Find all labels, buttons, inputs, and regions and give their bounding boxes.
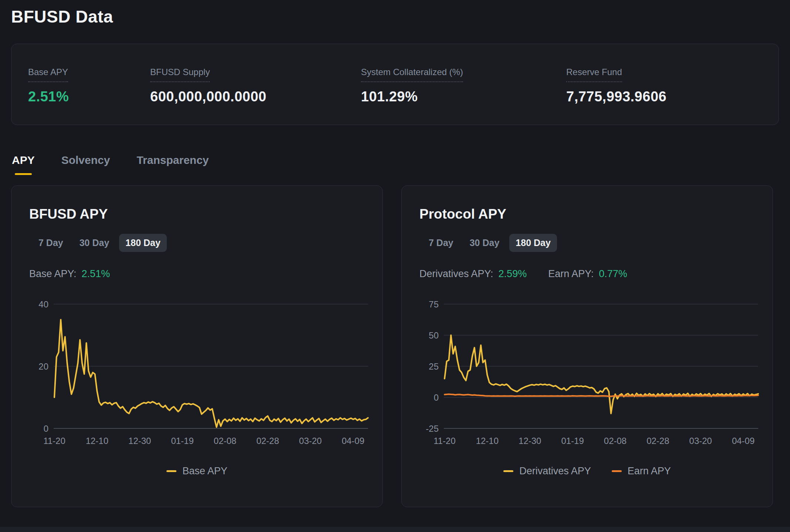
protocol-apy-range-180d-button[interactable]: 180 Day bbox=[509, 234, 557, 252]
y-axis-tick-label: 0 bbox=[434, 393, 439, 403]
y-axis-tick-label: -25 bbox=[426, 424, 439, 434]
bfusd-apy-range-180d-button[interactable]: 180 Day bbox=[119, 234, 167, 252]
y-axis-tick-label: 50 bbox=[429, 330, 439, 340]
bfusd-apy-range-toggle: 7 Day 30 Day 180 Day bbox=[32, 234, 167, 252]
stat-system-collateralized: System Collateralized (%) 101.29% bbox=[361, 66, 566, 105]
summary-stats-card: Base APY 2.51% BFUSD Supply 600,000,000.… bbox=[11, 44, 779, 125]
stat-base-apy: Base APY 2.51% bbox=[28, 66, 150, 105]
tab-transparency[interactable]: Transparency bbox=[136, 154, 209, 175]
stat-system-collateralized-value: 101.29% bbox=[361, 89, 418, 105]
x-axis-tick-label: 03-20 bbox=[299, 436, 322, 446]
x-axis-tick-label: 12-30 bbox=[128, 436, 151, 446]
stat-bfusd-supply-value: 600,000,000.0000 bbox=[150, 89, 266, 105]
tab-apy-label: APY bbox=[12, 154, 35, 166]
protocol-apy-card-title: Protocol APY bbox=[419, 206, 763, 222]
stat-reserve-fund: Reserve Fund 7,775,993.9606 bbox=[566, 66, 666, 105]
stat-system-collateralized-label[interactable]: System Collateralized (%) bbox=[361, 66, 463, 82]
tab-solvency[interactable]: Solvency bbox=[61, 154, 110, 175]
bfusd-apy-card-title: BFUSD APY bbox=[29, 206, 373, 222]
y-axis-tick-label: 25 bbox=[429, 361, 439, 371]
series-line-earn-apy bbox=[445, 394, 758, 397]
earn-apy-label: Earn APY: bbox=[548, 268, 594, 280]
protocol-apy-current-values: Derivatives APY: 2.59% Earn APY: 0.77% bbox=[419, 268, 763, 280]
bfusd-apy-range-7d-button[interactable]: 7 Day bbox=[32, 234, 70, 252]
base-apy-label: Base APY: bbox=[29, 268, 77, 280]
bfusd-apy-legend: Base APY bbox=[21, 465, 373, 477]
series-line-derivatives-apy bbox=[445, 335, 758, 414]
x-axis-tick-label: 12-10 bbox=[476, 436, 499, 446]
bfusd-apy-range-30d-button[interactable]: 30 Day bbox=[73, 234, 116, 252]
charts-row: BFUSD APY 7 Day 30 Day 180 Day Base APY:… bbox=[11, 185, 779, 507]
derivatives-apy-value: 2.59% bbox=[499, 268, 527, 280]
legend-base-apy-label: Base APY bbox=[182, 465, 227, 477]
earn-apy-value: 0.77% bbox=[599, 268, 627, 280]
protocol-apy-range-30d-button[interactable]: 30 Day bbox=[463, 234, 506, 252]
y-axis-tick-label: 20 bbox=[38, 361, 48, 371]
x-axis-tick-label: 12-10 bbox=[86, 436, 108, 446]
stat-reserve-fund-value: 7,775,993.9606 bbox=[566, 89, 666, 105]
x-axis-tick-label: 04-09 bbox=[342, 436, 364, 446]
x-axis-tick-label: 03-20 bbox=[689, 436, 712, 446]
tab-active-underline bbox=[15, 173, 32, 175]
y-axis-tick-label: 0 bbox=[44, 424, 48, 434]
tab-apy[interactable]: APY bbox=[12, 154, 35, 175]
earn-apy-line-swatch bbox=[612, 470, 622, 472]
x-axis-tick-label: 01-19 bbox=[561, 436, 584, 446]
x-axis-tick-label: 04-09 bbox=[732, 436, 754, 446]
protocol-apy-range-toggle: 7 Day 30 Day 180 Day bbox=[422, 234, 557, 252]
stat-reserve-fund-label[interactable]: Reserve Fund bbox=[566, 66, 622, 82]
protocol-apy-legend: Derivatives APY Earn APY bbox=[411, 465, 763, 477]
bfusd-apy-current-values: Base APY: 2.51% bbox=[29, 268, 373, 280]
legend-earn-apy-label: Earn APY bbox=[628, 465, 671, 477]
bfusd-apy-card: BFUSD APY 7 Day 30 Day 180 Day Base APY:… bbox=[11, 185, 383, 507]
derivatives-apy-label: Derivatives APY: bbox=[419, 268, 493, 280]
legend-item-derivatives-apy[interactable]: Derivatives APY bbox=[503, 465, 591, 477]
footer-band bbox=[0, 527, 790, 532]
protocol-apy-card: Protocol APY 7 Day 30 Day 180 Day Deriva… bbox=[401, 185, 773, 507]
x-axis-tick-label: 02-28 bbox=[646, 436, 669, 446]
x-axis-tick-label: 12-30 bbox=[519, 436, 541, 446]
stat-bfusd-supply: BFUSD Supply 600,000,000.0000 bbox=[150, 66, 361, 105]
legend-derivatives-apy-label: Derivatives APY bbox=[519, 465, 591, 477]
section-tabs: APY Solvency Transparency bbox=[11, 154, 779, 175]
x-axis-tick-label: 02-28 bbox=[256, 436, 279, 446]
base-apy-value: 2.51% bbox=[82, 268, 110, 280]
bfusd-data-page: BFUSD Data Base APY 2.51% BFUSD Supply 6… bbox=[0, 0, 790, 507]
page-title: BFUSD Data bbox=[11, 7, 779, 27]
tab-transparency-label: Transparency bbox=[136, 154, 209, 166]
bfusd-apy-chart[interactable]: 4020011-2012-1012-3001-1902-0802-2803-20… bbox=[21, 293, 371, 448]
tab-solvency-label: Solvency bbox=[61, 154, 110, 166]
x-axis-tick-label: 11-20 bbox=[43, 436, 65, 446]
x-axis-tick-label: 11-20 bbox=[433, 436, 456, 446]
x-axis-tick-label: 02-08 bbox=[604, 436, 627, 446]
protocol-apy-range-7d-button[interactable]: 7 Day bbox=[422, 234, 460, 252]
x-axis-tick-label: 01-19 bbox=[171, 436, 193, 446]
y-axis-tick-label: 40 bbox=[38, 299, 48, 309]
x-axis-tick-label: 02-08 bbox=[214, 436, 236, 446]
legend-item-earn-apy[interactable]: Earn APY bbox=[612, 465, 671, 477]
series-line-base-apy bbox=[54, 320, 368, 427]
stat-bfusd-supply-label[interactable]: BFUSD Supply bbox=[150, 66, 210, 82]
protocol-apy-chart[interactable]: 7550250-2511-2012-1012-3001-1902-0802-28… bbox=[411, 293, 761, 448]
y-axis-tick-label: 75 bbox=[429, 299, 439, 309]
stat-base-apy-label[interactable]: Base APY bbox=[28, 66, 68, 82]
stat-base-apy-value: 2.51% bbox=[28, 89, 69, 105]
legend-item-base-apy[interactable]: Base APY bbox=[166, 465, 227, 477]
derivatives-apy-line-swatch bbox=[503, 470, 513, 472]
base-apy-line-swatch bbox=[166, 470, 176, 472]
